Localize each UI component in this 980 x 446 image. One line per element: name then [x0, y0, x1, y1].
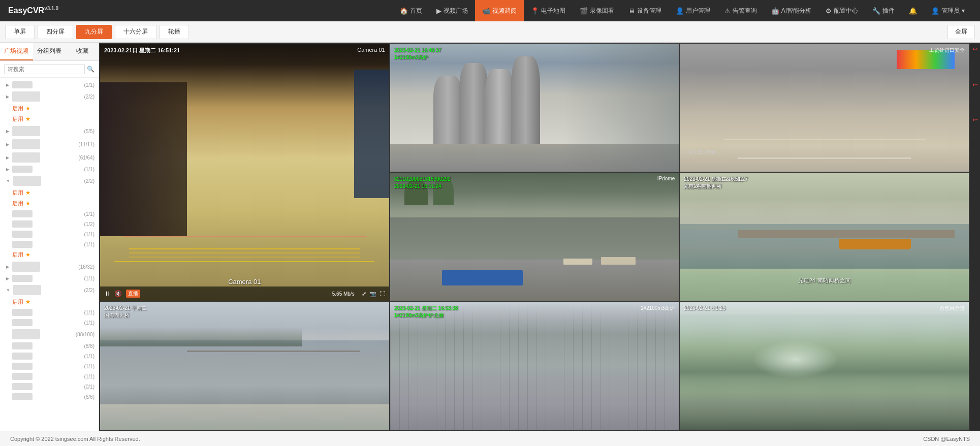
nav-recording[interactable]: 🎬 录像回看 [573, 0, 621, 21]
live-label: 直播 [126, 290, 140, 298]
pause-button[interactable]: ⏸ [104, 290, 110, 297]
video-cell-9[interactable]: 自然风全景 2023-02-21 6:1:26 [680, 302, 969, 430]
list-item[interactable]: (1/1) [0, 371, 99, 381]
nav-video-plaza[interactable]: ▶ 视频广场 [429, 0, 475, 21]
video-cell-4[interactable]: 32010200031316900292 2023-02-21 16:51:24… [390, 173, 679, 301]
nav-video-review[interactable]: 📹 视频调阅 [475, 0, 524, 21]
search-icon[interactable]: 🔍 [87, 66, 94, 73]
list-item[interactable]: 启用 ★ [0, 297, 99, 307]
tab-four-screen[interactable]: 四分屏 [38, 25, 73, 39]
right-num-1: 1 [972, 48, 978, 51]
list-item[interactable]: (16/32) [0, 260, 99, 273]
list-item[interactable]: (1/1) [0, 307, 99, 317]
sidebar-tab-favorites[interactable]: 收藏 [66, 43, 99, 60]
video-cell-2[interactable]: 2023-02-21 16:49:37 1#2100m3高炉 [390, 44, 679, 172]
snapshot-icon[interactable]: 📷 [369, 291, 376, 297]
nav-alerts[interactable]: ⚠ 告警查询 [717, 0, 764, 21]
fullscreen-button[interactable]: 全屏 [947, 25, 975, 39]
video-ctrl-icons: ⤢ 📷 ⛶ [362, 291, 385, 297]
favorite-star[interactable]: ★ [25, 251, 30, 258]
list-item[interactable]: (2/2) [0, 90, 99, 103]
video-cell-6[interactable]: 2023-02-21 星期二 16:51:27 光电24-南昭两桥 光电24-南… [680, 173, 969, 301]
list-item[interactable]: (1/1) [0, 239, 99, 249]
search-input[interactable] [4, 64, 85, 74]
tab-sixteen-screen[interactable]: 十六分屏 [115, 25, 156, 39]
list-item[interactable]: (5/5) [0, 124, 99, 138]
nav-map[interactable]: 📍 电子地图 [524, 0, 573, 21]
video-timestamp-3: 工贸处进口安全... [684, 149, 720, 155]
tab-carousel[interactable]: 轮播 [160, 25, 189, 39]
video-icon: 📹 [482, 7, 490, 15]
video-area: 2023.02.21日 星期二 16:51:21 Camera 01 Camer… [99, 43, 970, 431]
list-item[interactable]: (61/64) [0, 151, 99, 164]
sidebar-tab-groups[interactable]: 分组列表 [33, 43, 66, 60]
favorite-star[interactable]: ★ [25, 200, 30, 207]
video-camera-label-8: 1#2100m3高炉 [641, 305, 675, 312]
nav-users[interactable]: 👤 用户管理 [669, 0, 717, 21]
list-item[interactable]: (2/2) [0, 283, 99, 297]
list-item[interactable]: (2/2) [0, 174, 99, 187]
favorite-star[interactable]: ★ [25, 105, 30, 112]
video-timestamp-1: 2023.02.21日 星期二 16:51:21 [104, 47, 180, 54]
video-scene-1 [100, 44, 389, 301]
list-item[interactable]: 启用 ★ [0, 103, 99, 114]
video-bottom-label-1: Camera 01 [228, 278, 261, 285]
video-cell-3[interactable]: 工贸处进口安全 工贸处进口安全... [680, 44, 969, 172]
nav-ai[interactable]: 🤖 AI智能分析 [764, 0, 818, 21]
list-item[interactable]: (1/1) [0, 229, 99, 239]
video-overlay-6: 2023-02-21 星期二 16:51:27 光电24-南昭两桥 [684, 176, 748, 190]
list-item[interactable]: (1/2) [0, 219, 99, 229]
users-icon: 👤 [676, 7, 684, 15]
list-item[interactable]: (88/100) [0, 328, 99, 341]
list-item[interactable]: (1/1) [0, 351, 99, 361]
list-item[interactable]: (0/1) [0, 381, 99, 392]
video-grid: 2023.02.21日 星期二 16:51:21 Camera 01 Camer… [99, 43, 970, 431]
favorite-star[interactable]: ★ [25, 299, 30, 305]
list-item[interactable]: (6/6) [0, 392, 99, 402]
list-item[interactable]: (1/1) [0, 209, 99, 219]
nav-home[interactable]: 🏠 首页 [393, 0, 429, 21]
video-cell-7[interactable]: 2023-02-21 平南二 国海湖大桥 [100, 302, 389, 430]
footer: Copyright © 2022 tsingsee.com All Rights… [0, 431, 980, 446]
app-logo: EasyCVRv3.1.0 [8, 6, 58, 15]
list-item[interactable]: (1/1) [0, 273, 99, 283]
nav-config[interactable]: ⚙ 配置中心 [818, 0, 865, 21]
bell-icon: 🔔 [909, 7, 917, 15]
tab-single-screen[interactable]: 单屏 [5, 25, 35, 39]
video-overlay-4: 32010200031316900292 2023-02-21 16:51:24 [394, 176, 451, 190]
bitrate-display: 5.65 Mb/s [332, 291, 355, 297]
video-camera-label-1: Camera 01 [357, 47, 385, 53]
devices-icon: 🖥 [628, 7, 635, 15]
nav-devices[interactable]: 🖥 设备管理 [621, 0, 669, 21]
drag-icon[interactable]: ⤢ [362, 291, 366, 297]
list-item[interactable]: 启用 ★ [0, 114, 99, 124]
fullscreen-icon[interactable]: ⛶ [380, 291, 385, 297]
copyright-text: Copyright © 2022 tsingsee.com All Rights… [10, 436, 140, 442]
sidebar-tab-plaza[interactable]: 广场视频 [0, 43, 33, 60]
favorite-star[interactable]: ★ [25, 189, 30, 196]
volume-button[interactable]: 🔇 [114, 290, 122, 297]
right-num-3: 1 [972, 118, 978, 121]
list-item[interactable]: 启用 ★ [0, 249, 99, 260]
main-layout: 广场视频 分组列表 收藏 🔍 (1/1) (2/2) 启用 ★ 启用 [0, 43, 980, 431]
video-camera-label-4: IPdome [657, 176, 675, 181]
list-item[interactable]: (1/1) [0, 80, 99, 90]
list-item[interactable]: 启用 ★ [0, 198, 99, 209]
brand-text: CSDN @EasyNTS [923, 436, 970, 442]
nav-admin[interactable]: 👤 管理员 ▾ [924, 0, 972, 21]
list-item[interactable]: (8/8) [0, 341, 99, 351]
toolbar: 单屏 四分屏 九分屏 十六分屏 轮播 全屏 [0, 21, 980, 43]
nav-notifications[interactable]: 🔔 [902, 0, 924, 21]
video-overlay-8: 2023-02-21 星期二 16:53:38 1#2190m3高炉炉北侧 [394, 305, 458, 319]
nav-plugins[interactable]: 🔧 插件 [865, 0, 902, 21]
video-cell-8[interactable]: 2023-02-21 星期二 16:53:38 1#2190m3高炉炉北侧 1#… [390, 302, 679, 430]
list-item[interactable]: 启用 ★ [0, 187, 99, 198]
list-item[interactable]: (1/1) [0, 164, 99, 174]
tab-nine-screen[interactable]: 九分屏 [76, 25, 112, 39]
list-item[interactable]: (1/1) [0, 317, 99, 328]
video-controls-1: ⏸ 🔇 直播 5.65 Mb/s ⤢ 📷 ⛶ [100, 286, 389, 301]
list-item[interactable]: (1/1) [0, 361, 99, 371]
favorite-star[interactable]: ★ [25, 116, 30, 122]
video-cell-1[interactable]: 2023.02.21日 星期二 16:51:21 Camera 01 Camer… [100, 44, 389, 301]
list-item[interactable]: (11/11) [0, 138, 99, 151]
